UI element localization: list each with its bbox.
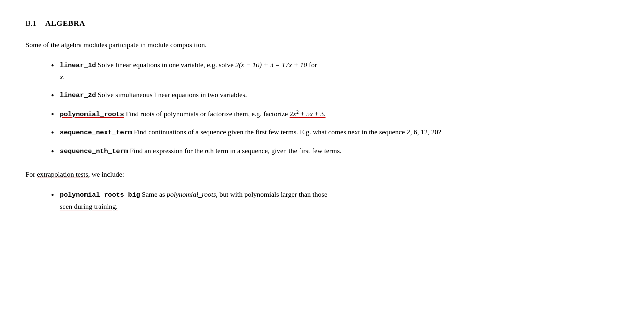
bullet-dot: • [51,109,54,120]
bullet-content-seq-next: sequence_next_term Find continuations of… [60,126,618,138]
math-x: x [60,73,63,81]
bullet-dot: • [51,189,54,201]
list-item: • polynomial_roots_big Same as polynomia… [51,189,618,212]
desc-linear-2d: Solve simultaneous linear equations in t… [98,91,247,99]
italic-ref-polynomial-roots: polynomial_roots [167,190,216,198]
main-bullet-list: • linear_1d Solve linear equations in on… [51,59,618,157]
module-name-sequence-next-term: sequence_next_term [60,129,132,136]
list-item: • polynomial_roots Find roots of polynom… [51,108,618,120]
module-name-linear-1d: linear_1d [60,62,96,69]
bullet-dot: • [51,60,54,71]
intro-text: Some of the algebra modules participate … [25,41,207,49]
extrap-intro-after: , we include: [88,170,124,178]
module-name-polynomial-roots-big: polynomial_roots_big [60,191,140,199]
bullet-dot: • [51,146,54,157]
desc-linear-1d: Solve linear equations in one variable, … [60,61,317,81]
bullet-content-poly-roots: polynomial_roots Find roots of polynomia… [60,108,618,120]
bullet-content-linear-2d: linear_2d Solve simultaneous linear equa… [60,89,618,101]
page-content: B.1 Algebra Some of the algebra modules … [25,19,618,212]
section-heading: B.1 Algebra [25,19,618,28]
extrapolation-paragraph: For extrapolation tests, we include: [25,169,618,180]
desc-poly-roots: Find roots of polynomials or factorize t… [126,110,326,118]
extrap-intro-before: For [25,170,35,178]
list-item: • linear_2d Solve simultaneous linear eq… [51,89,618,101]
module-name-sequence-nth-term: sequence_nth_term [60,148,128,155]
bullet-content-poly-roots-big: polynomial_roots_big Same as polynomial_… [60,189,618,212]
module-name-linear-2d: linear_2d [60,92,96,99]
module-name-polynomial-roots: polynomial_roots [60,111,124,118]
extrapolation-link: extrapolation tests [37,170,88,178]
desc-seq-nth: Find an expression for the nth term in a… [130,147,342,155]
section-title: Algebra [45,19,85,28]
bullet-dot: • [51,127,54,138]
bullet-content-seq-nth: sequence_nth_term Find an expression for… [60,145,618,157]
list-item: • sequence_nth_term Find an expression f… [51,145,618,157]
math-n: n [205,147,208,155]
list-item: • linear_1d Solve linear equations in on… [51,59,618,83]
extra-bullet-list: • polynomial_roots_big Same as polynomia… [51,189,618,212]
bullet-content-linear-1d: linear_1d Solve linear equations in one … [60,59,618,83]
math-poly-example: 2x2 + 5x + 3. [290,110,326,118]
desc-seq-next: Find continuations of a sequence given t… [134,128,441,136]
math-linear-1d: 2(x − 10) + 3 = 17x + 10 [235,61,307,69]
bullet-dot: • [51,90,54,101]
list-item: • sequence_next_term Find continuations … [51,126,618,138]
intro-paragraph: Some of the algebra modules participate … [25,39,618,50]
section-number: B.1 [25,19,36,28]
